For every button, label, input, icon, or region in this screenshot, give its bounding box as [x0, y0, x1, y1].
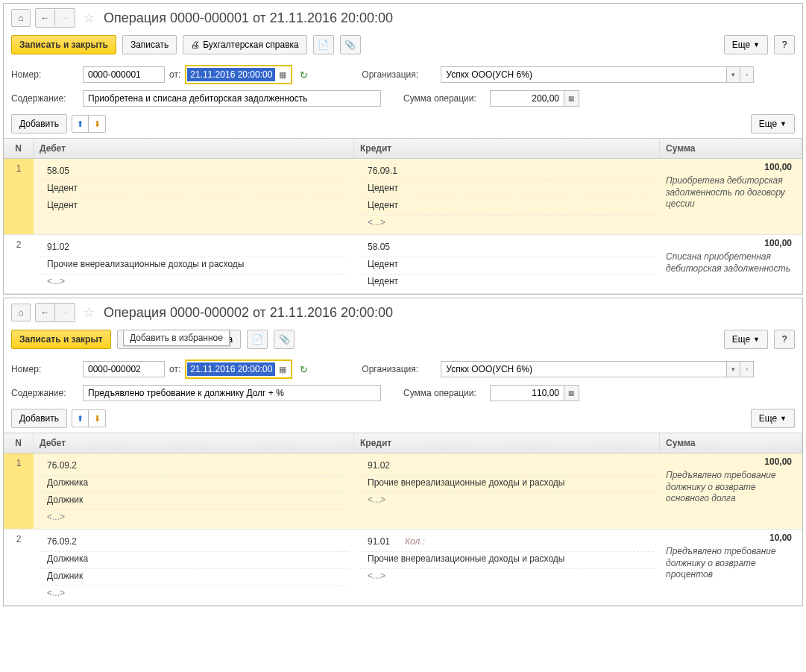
move-up-button[interactable]: ⬆: [72, 410, 89, 427]
sum-cell: 10,00 Предъявлено требование должнику о …: [660, 530, 802, 605]
org-open[interactable]: ▫: [740, 66, 754, 83]
header-sum[interactable]: Сумма: [660, 433, 802, 453]
credit-cell: 91.02 Прочие внереализационные доходы и …: [354, 453, 660, 529]
save-and-close-button[interactable]: Записать и закрыть: [11, 35, 116, 54]
org-input[interactable]: [441, 361, 727, 377]
date-value: 21.11.2016 20:00:00: [187, 68, 275, 81]
back-button[interactable]: ←: [36, 304, 55, 321]
save-button[interactable]: Записать: [122, 35, 177, 54]
main-toolbar: Записать и закрыть Записать 🖨Бухгалтерск…: [4, 32, 802, 62]
table-row[interactable]: 2 76.09.2 Должника Должник <...> 91.01Ко…: [4, 530, 802, 606]
move-row-buttons: ⬆ ⬇: [72, 115, 106, 133]
from-label: от:: [169, 69, 180, 80]
accounting-report-button[interactable]: 🖨Бухгалтерская справка: [183, 35, 307, 54]
org-field: ▾ ▫: [441, 66, 754, 83]
refresh-icon[interactable]: ↻: [300, 69, 308, 81]
move-down-button[interactable]: ⬇: [89, 116, 105, 132]
header-sum[interactable]: Сумма: [660, 139, 802, 158]
sum-cell: 100,00 Предъявлено требование должнику о…: [660, 453, 802, 529]
attachment-button[interactable]: 📎: [274, 330, 295, 349]
forward-button[interactable]: →: [55, 304, 75, 321]
add-row-button[interactable]: Добавить: [11, 409, 67, 428]
calc-icon[interactable]: ▦: [564, 385, 579, 401]
date-value: 21.11.2016 20:00:00: [187, 362, 275, 376]
org-dropdown[interactable]: ▾: [727, 361, 740, 377]
main-toolbar: Записать и закрыт Добавить в избранное 🖨…: [4, 327, 802, 357]
sum-input[interactable]: [490, 90, 564, 107]
header-n[interactable]: N: [4, 433, 34, 453]
favorite-star-icon[interactable]: ☆: [83, 304, 95, 321]
calendar-icon[interactable]: ▦: [275, 67, 290, 82]
row-number: 2: [4, 235, 34, 293]
number-input[interactable]: [83, 66, 165, 83]
from-label: от:: [169, 364, 180, 374]
table-row[interactable]: 2 91.02 Прочие внереализационные доходы …: [4, 235, 802, 294]
content-row: Содержание: Сумма операции: ▦: [4, 87, 802, 110]
sum-label: Сумма операции:: [403, 388, 485, 398]
forward-button[interactable]: →: [55, 9, 75, 27]
grid-toolbar: Добавить ⬆ ⬇ Еще ▼: [4, 404, 802, 433]
window-title: Операция 0000-000001 от 21.11.2016 20:00…: [104, 10, 393, 26]
chevron-down-icon: ▼: [753, 41, 760, 48]
date-field[interactable]: 21.11.2016 20:00:00 ▦: [185, 65, 292, 84]
grid-more-button[interactable]: Еще ▼: [751, 409, 795, 428]
row-number: 1: [4, 159, 34, 234]
sum-cell: 100,00 Списана приобретенная дебиторская…: [660, 235, 802, 293]
debit-cell: 76.09.2 Должника Должник <...>: [34, 530, 354, 605]
window-title: Операция 0000-000002 от 21.11.2016 20:00…: [104, 305, 393, 321]
content-label: Содержание:: [11, 388, 78, 398]
org-input[interactable]: [441, 66, 727, 83]
favorite-star-icon[interactable]: ☆: [83, 10, 95, 26]
operation-window-2: ⌂ ← → ☆ Операция 0000-000002 от 21.11.20…: [3, 298, 803, 606]
table-row[interactable]: 1 58.05 Цедент Цедент 76.09.1 Цедент Цед…: [4, 159, 802, 235]
move-up-button[interactable]: ⬆: [72, 116, 89, 132]
credit-cell: 58.05 Цедент Цедент: [354, 235, 660, 293]
number-input[interactable]: [83, 361, 165, 377]
sum-label: Сумма операции:: [403, 93, 485, 104]
grid-more-button[interactable]: Еще ▼: [751, 114, 795, 134]
help-button[interactable]: ?: [774, 35, 795, 54]
org-label: Организация:: [362, 69, 436, 80]
header-n[interactable]: N: [4, 139, 34, 158]
attachment-button[interactable]: 📎: [340, 35, 361, 54]
chevron-down-icon: ▼: [780, 415, 787, 422]
row-number: 2: [4, 530, 34, 605]
table-row[interactable]: 1 76.09.2 Должника Должник <...> 91.02 П…: [4, 453, 802, 530]
refresh-icon[interactable]: ↻: [300, 364, 308, 375]
add-row-button[interactable]: Добавить: [11, 114, 67, 134]
date-field[interactable]: 21.11.2016 20:00:00 ▦: [185, 359, 292, 379]
content-input[interactable]: [83, 385, 381, 401]
header-credit[interactable]: Кредит: [354, 433, 660, 453]
calendar-icon[interactable]: ▦: [275, 362, 290, 377]
entries-grid: N Дебет Кредит Сумма 1 76.09.2 Должника …: [4, 433, 802, 606]
help-button[interactable]: ?: [774, 330, 795, 349]
grid-toolbar: Добавить ⬆ ⬇ Еще ▼: [4, 110, 802, 138]
chevron-down-icon: ▼: [780, 120, 787, 128]
home-button[interactable]: ⌂: [11, 9, 31, 27]
org-open[interactable]: ▫: [740, 361, 754, 377]
back-button[interactable]: ←: [36, 9, 55, 27]
number-label: Номер:: [11, 69, 78, 80]
number-row: Номер: от: 21.11.2016 20:00:00 ▦ ↻ Орган…: [4, 62, 802, 87]
sum-field: ▦: [490, 90, 579, 107]
sum-input[interactable]: [490, 385, 564, 401]
calc-icon[interactable]: ▦: [564, 90, 579, 107]
more-button[interactable]: Еще ▼: [724, 35, 768, 54]
header-debit[interactable]: Дебет: [34, 139, 354, 158]
entries-grid: N Дебет Кредит Сумма 1 58.05 Цедент Цеде…: [4, 138, 802, 294]
row-number: 1: [4, 453, 34, 529]
document-icon-button[interactable]: 📄: [313, 35, 334, 54]
content-row: Содержание: Сумма операции: ▦: [4, 382, 802, 404]
content-input[interactable]: [83, 90, 381, 107]
org-label: Организация:: [362, 364, 436, 374]
org-dropdown[interactable]: ▾: [727, 66, 740, 83]
document-icon-button[interactable]: 📄: [247, 330, 268, 349]
save-and-close-button[interactable]: Записать и закрыт: [11, 330, 111, 349]
more-button[interactable]: Еще ▼: [724, 330, 768, 349]
move-down-button[interactable]: ⬇: [89, 410, 105, 427]
titlebar: ⌂ ← → ☆ Операция 0000-000002 от 21.11.20…: [4, 298, 802, 327]
header-debit[interactable]: Дебет: [34, 433, 354, 453]
sum-cell: 100,00 Приобретена дебиторская задолженн…: [660, 159, 802, 234]
home-button[interactable]: ⌂: [11, 304, 31, 321]
header-credit[interactable]: Кредит: [354, 139, 660, 158]
